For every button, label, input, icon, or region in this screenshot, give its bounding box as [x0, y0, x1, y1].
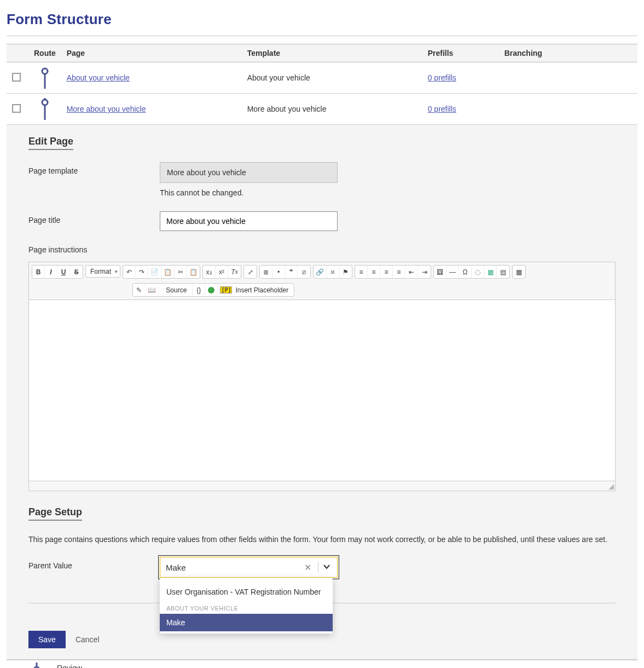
chevron-down-icon[interactable]	[321, 563, 333, 572]
clear-icon[interactable]: ✕	[300, 562, 316, 573]
edit-page-panel: Edit Page Page template More about you v…	[7, 125, 637, 660]
indent-icon[interactable]: ⇥	[418, 266, 431, 278]
table-row: More about you vehicle More about you ve…	[7, 94, 637, 125]
info-icon[interactable]	[205, 284, 218, 296]
cancel-button[interactable]: Cancel	[76, 635, 100, 644]
col-route: Route	[28, 44, 61, 62]
row-checkbox[interactable]	[12, 104, 21, 113]
italic-icon[interactable]: I	[45, 266, 57, 278]
page-title-label: Page title	[28, 211, 160, 224]
page-title: Form Structure	[7, 11, 637, 36]
maximize-icon[interactable]: ⤢	[244, 266, 257, 278]
page-link[interactable]: About your vehicle	[67, 73, 130, 82]
insert-placeholder-button[interactable]: [P]Insert Placeholder	[218, 284, 294, 296]
align-left-icon[interactable]: ≡	[355, 266, 368, 278]
page-instructions-label: Page instructions	[28, 245, 616, 254]
source-icon[interactable]: Source	[159, 284, 193, 296]
align-right-icon[interactable]: ≡	[380, 266, 393, 278]
subscript-icon[interactable]: x₂	[203, 266, 216, 278]
parent-value-selected: Make	[166, 563, 300, 572]
page-template-value: More about you vehicle	[160, 162, 338, 183]
dropdown-group-header: ABOUT YOUR VEHICLE	[160, 601, 333, 614]
template-icon[interactable]: ▦	[484, 266, 497, 278]
table-row: About your vehicle About your vehicle 0 …	[7, 62, 637, 94]
row-checkbox[interactable]	[12, 73, 21, 82]
prefills-link[interactable]: 0 prefills	[428, 105, 456, 113]
save-button[interactable]: Save	[28, 631, 66, 648]
embed-icon[interactable]: ◌	[472, 266, 484, 278]
template-cell: More about you vehicle	[242, 94, 422, 125]
book-icon[interactable]: 📖	[146, 284, 159, 296]
hr-icon[interactable]: ―	[446, 266, 459, 278]
image-icon[interactable]: 🖼	[434, 266, 446, 278]
review-row-label: Review	[57, 664, 82, 668]
underline-icon[interactable]: U	[57, 266, 70, 278]
align-center-icon[interactable]: ≡	[368, 266, 380, 278]
page-template-hint: This cannot be changed.	[160, 188, 616, 197]
superscript-icon[interactable]: x²	[216, 266, 228, 278]
col-prefills: Prefills	[422, 44, 499, 62]
route-node-icon	[41, 98, 49, 120]
iframe-icon[interactable]: ▤	[497, 266, 509, 278]
form-structure-table: Route Page Template Prefills Branching A…	[7, 44, 637, 125]
template-cell: About your vehicle	[242, 62, 422, 94]
paste-icon[interactable]: 📋	[161, 266, 175, 278]
format-dropdown[interactable]: Format	[85, 265, 120, 278]
outdent-icon[interactable]: ⇤	[405, 266, 418, 278]
strike-icon[interactable]: S	[70, 266, 83, 278]
undo-icon[interactable]: ↶	[123, 266, 136, 278]
remove-format-icon[interactable]: Tx	[228, 266, 241, 278]
bullet-list-icon[interactable]: •	[272, 266, 285, 278]
div-icon[interactable]: ⎚	[298, 266, 310, 278]
parent-value-dropdown: User Organisation - VAT Registration Num…	[160, 578, 333, 634]
svg-point-1	[42, 68, 48, 74]
col-page: Page	[61, 44, 242, 62]
copy-icon[interactable]: 📄	[148, 266, 161, 278]
route-node-icon	[41, 67, 49, 89]
parent-value-label: Parent Value	[28, 557, 160, 570]
rich-text-editor: B I U S Format ↶ ↷ 📄 📋 ✂ 📋 x₂ x²	[28, 262, 616, 491]
page-link[interactable]: More about you vehicle	[67, 105, 146, 113]
dropdown-option[interactable]: User Organisation - VAT Registration Num…	[160, 583, 333, 601]
blockquote-icon[interactable]: ❞	[285, 266, 298, 278]
route-node-icon	[33, 663, 40, 668]
unlink-icon[interactable]: ⤫	[327, 266, 339, 278]
align-justify-icon[interactable]: ≡	[393, 266, 405, 278]
numbered-list-icon[interactable]: ≣	[260, 266, 272, 278]
parent-value-select[interactable]: Make ✕	[160, 557, 338, 578]
table-icon[interactable]: ▦	[513, 266, 525, 278]
code-icon[interactable]: {}	[193, 284, 205, 296]
editor-body[interactable]	[29, 300, 615, 481]
page-setup-heading: Page Setup	[28, 506, 82, 521]
col-template: Template	[242, 44, 422, 62]
page-title-input[interactable]	[160, 211, 338, 231]
editor-resize-handle[interactable]	[29, 481, 615, 491]
special-char-icon[interactable]: Ω	[459, 266, 472, 278]
page-template-label: Page template	[28, 162, 160, 175]
redo-icon[interactable]: ↷	[136, 266, 148, 278]
page-setup-description: This page contains questions which requi…	[28, 535, 616, 544]
link-icon[interactable]: 🔗	[314, 266, 327, 278]
prefills-link[interactable]: 0 prefills	[428, 73, 456, 82]
edit-page-heading: Edit Page	[28, 136, 73, 150]
anchor-icon[interactable]: ⚑	[339, 266, 352, 278]
svg-point-3	[42, 100, 48, 105]
col-branching: Branching	[499, 44, 637, 62]
paste-text-icon[interactable]: 📋	[187, 266, 200, 278]
bold-icon[interactable]: B	[32, 266, 45, 278]
spellcheck-icon[interactable]: ✎	[133, 284, 146, 296]
cut-icon[interactable]: ✂	[175, 266, 187, 278]
dropdown-option-active[interactable]: Make	[160, 614, 333, 631]
